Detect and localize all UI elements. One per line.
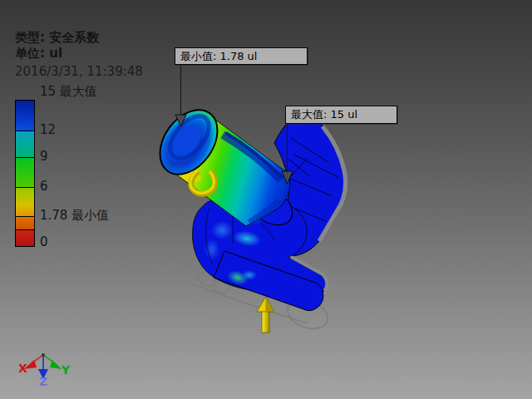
legend-max-label: 15 最大值 bbox=[40, 84, 97, 100]
result-header: 类型: 安全系数 单位: ul 2016/3/31, 11:39:48 bbox=[15, 30, 143, 81]
result-unit-label: 单位: ul bbox=[15, 46, 143, 62]
legend-separator bbox=[16, 229, 34, 230]
legend-zero-label: 0 bbox=[40, 234, 48, 249]
legend-separator bbox=[16, 131, 34, 131]
legend-tick-12: 12 bbox=[40, 122, 56, 137]
max-value-callout[interactable]: 最大值: 15 ul bbox=[285, 106, 397, 124]
min-callout-leader bbox=[175, 66, 186, 126]
legend-separator bbox=[16, 157, 34, 158]
legend-separator bbox=[16, 216, 34, 217]
legend-tick-6: 6 bbox=[40, 179, 48, 194]
legend-separator bbox=[16, 187, 34, 188]
triad-z-label: Z bbox=[39, 375, 47, 388]
result-timestamp: 2016/3/31, 11:39:48 bbox=[15, 63, 143, 81]
force-arrow bbox=[257, 297, 274, 332]
orientation-triad: X Y Z bbox=[18, 353, 71, 388]
triad-x-label: X bbox=[18, 362, 27, 375]
result-type-label: 类型: 安全系数 bbox=[15, 30, 143, 46]
legend-min-label: 1.78 最小值 bbox=[40, 208, 109, 224]
simulation-viewport[interactable]: X Y Z 类型: 安全系数 单位: ul 2016/3/31, 11:39:4… bbox=[0, 0, 532, 399]
triad-y-label: Y bbox=[61, 363, 71, 377]
min-value-callout[interactable]: 最小值: 1.78 ul bbox=[175, 47, 308, 65]
legend-tick-9: 9 bbox=[40, 149, 48, 164]
legend-color-bar bbox=[15, 100, 35, 247]
